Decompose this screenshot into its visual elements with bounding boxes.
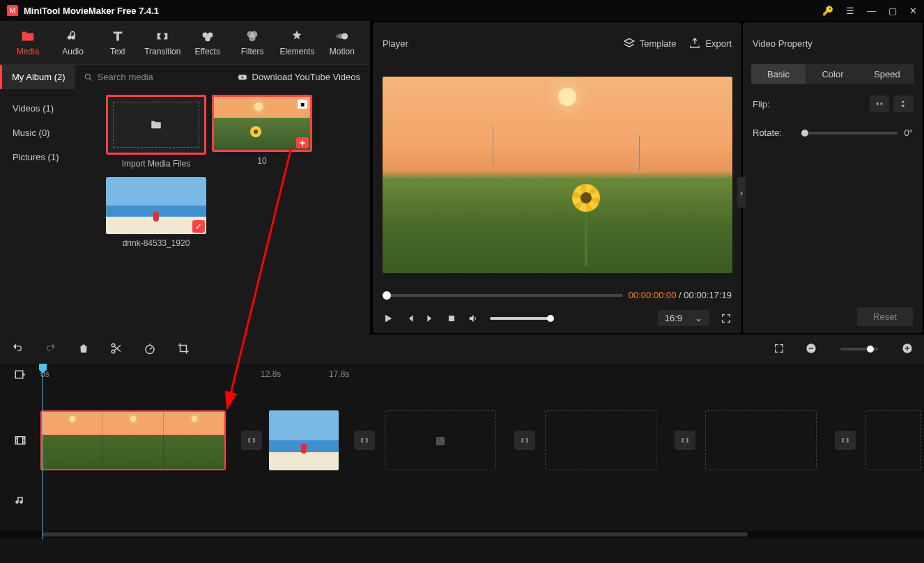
expand-panel-button[interactable]: ›	[737, 177, 746, 208]
folder-import-icon	[148, 118, 164, 131]
add-clip-button[interactable]: +	[296, 137, 309, 148]
tab-effects[interactable]: Effects	[185, 25, 230, 60]
import-media-button[interactable]	[106, 95, 206, 155]
elements-icon	[289, 29, 305, 44]
undo-button[interactable]	[11, 343, 24, 356]
aspect-ratio-value: 16:9	[665, 313, 682, 323]
transition-slot-3[interactable]	[514, 431, 535, 450]
reset-button[interactable]: Reset	[857, 307, 913, 326]
play-button[interactable]	[383, 313, 394, 324]
transition-slot-2[interactable]	[354, 431, 375, 450]
player-current-time: 00:00:00:00	[629, 290, 677, 300]
fit-timeline-button[interactable]	[773, 343, 785, 356]
volume-slider[interactable]	[490, 317, 553, 320]
menu-icon[interactable]: ☰	[846, 6, 854, 16]
download-youtube-label: Download YouTube Videos	[252, 72, 360, 82]
rotate-slider[interactable]	[801, 132, 898, 134]
export-button[interactable]: Export	[688, 37, 732, 49]
svg-rect-22	[436, 437, 445, 445]
sidebar-item-videos[interactable]: Videos (1)	[0, 96, 102, 121]
timeline-clip-beach[interactable]	[269, 410, 339, 470]
sidebar-item-music[interactable]: Music (0)	[0, 121, 102, 145]
svg-rect-16	[809, 348, 814, 348]
crop-button[interactable]	[177, 342, 190, 357]
app-title: MiniTool MovieMaker Free 7.4.1	[24, 6, 822, 16]
transition-icon	[155, 29, 170, 44]
tab-filters-label: Filters	[241, 47, 264, 56]
player-seek-slider[interactable]	[383, 294, 623, 297]
timeline-clip-sunflower[interactable]	[40, 410, 226, 470]
tab-motion-label: Motion	[330, 47, 355, 56]
tab-filters[interactable]: Filters	[230, 25, 275, 60]
playhead[interactable]	[43, 364, 43, 539]
media-clip-sunflower[interactable]: ■ +	[212, 95, 312, 152]
search-input[interactable]: Search media	[75, 72, 227, 82]
aspect-ratio-select[interactable]: 16:9 ⌄	[658, 310, 709, 326]
youtube-icon	[237, 72, 248, 82]
zoom-out-button[interactable]	[806, 343, 817, 356]
timeline-ruler[interactable]: 0s 12.8s 17.8s	[40, 364, 924, 389]
my-album-tab[interactable]: My Album (2)	[0, 65, 75, 89]
flip-vertical-button[interactable]	[893, 95, 913, 112]
motion-icon	[334, 29, 350, 44]
empty-clip-slot[interactable]	[385, 410, 496, 470]
speed-button[interactable]	[144, 342, 156, 357]
filters-icon	[245, 29, 260, 44]
tab-media[interactable]: Media	[6, 25, 50, 60]
svg-rect-20	[15, 371, 23, 378]
key-icon[interactable]: 🔑	[822, 6, 833, 16]
template-button[interactable]: Template	[623, 37, 677, 49]
import-media-label: Import Media Files	[122, 159, 191, 169]
delete-button[interactable]	[78, 342, 89, 357]
next-frame-button[interactable]	[426, 314, 436, 323]
tab-elements-label: Elements	[279, 47, 314, 56]
transition-slot-4[interactable]	[675, 431, 695, 450]
svg-point-23	[438, 438, 440, 440]
tab-media-label: Media	[17, 47, 40, 56]
tab-motion[interactable]: Motion	[320, 25, 364, 60]
tab-transition[interactable]: Transition	[140, 25, 185, 60]
maximize-button[interactable]: ▢	[888, 6, 897, 16]
tab-audio-label: Audio	[62, 47, 84, 56]
sidebar-item-pictures[interactable]: Pictures (1)	[0, 145, 102, 169]
rotate-value: 0°	[904, 128, 913, 138]
tab-text[interactable]: Text	[95, 25, 140, 60]
minimize-button[interactable]: —	[867, 6, 876, 16]
empty-clip-slot[interactable]	[545, 410, 656, 470]
empty-clip-slot[interactable]	[705, 410, 817, 470]
transition-slot-5[interactable]	[835, 431, 856, 450]
tab-elements[interactable]: Elements	[275, 25, 319, 60]
fullscreen-button[interactable]	[721, 313, 732, 324]
download-youtube-button[interactable]: Download YouTube Videos	[227, 72, 370, 82]
volume-button[interactable]	[468, 313, 479, 324]
tab-audio[interactable]: Audio	[50, 25, 95, 60]
ruler-tick: 12.8s	[261, 369, 281, 379]
folder-icon	[20, 29, 36, 44]
search-icon	[84, 72, 93, 82]
tab-effects-label: Effects	[194, 47, 220, 56]
redo-button[interactable]	[45, 343, 57, 356]
prop-tab-color[interactable]: Color	[806, 64, 860, 84]
music-track-body[interactable]	[40, 471, 924, 531]
prop-tab-speed[interactable]: Speed	[860, 64, 914, 84]
zoom-slider[interactable]	[840, 348, 878, 350]
flip-horizontal-button[interactable]	[870, 95, 889, 112]
transition-slot-1[interactable]	[241, 431, 262, 450]
add-track-button[interactable]	[14, 369, 26, 384]
prev-frame-button[interactable]	[405, 314, 415, 323]
split-button[interactable]	[110, 342, 123, 357]
stop-button[interactable]	[447, 314, 456, 323]
player-title: Player	[383, 38, 610, 49]
timeline-scrollbar[interactable]	[42, 532, 748, 537]
ruler-tick: 17.8s	[329, 369, 349, 379]
media-clip-drink[interactable]: ✓	[106, 177, 206, 234]
empty-clip-slot[interactable]	[865, 410, 921, 470]
template-label: Template	[640, 38, 677, 49]
svg-point-9	[85, 74, 90, 79]
zoom-in-button[interactable]	[902, 343, 913, 356]
close-button[interactable]: ✕	[909, 6, 917, 16]
flip-label: Flip:	[753, 99, 794, 109]
svg-rect-19	[907, 346, 907, 350]
prop-tab-basic[interactable]: Basic	[751, 64, 806, 84]
player-duration: 00:00:17:19	[684, 290, 732, 300]
